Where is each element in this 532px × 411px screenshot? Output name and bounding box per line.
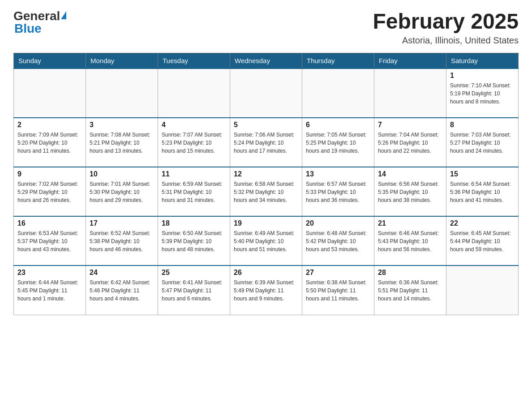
calendar-cell: 13Sunrise: 6:57 AM Sunset: 5:33 PM Dayli… xyxy=(302,167,374,216)
day-info: Sunrise: 7:07 AM Sunset: 5:23 PM Dayligh… xyxy=(162,131,226,155)
page-header: General Blue February 2025 Astoria, Illi… xyxy=(13,9,519,46)
header-friday: Friday xyxy=(374,53,446,69)
day-number: 16 xyxy=(17,219,82,227)
day-number: 24 xyxy=(90,269,154,277)
calendar-cell: 14Sunrise: 6:56 AM Sunset: 5:35 PM Dayli… xyxy=(374,167,446,216)
day-info: Sunrise: 7:09 AM Sunset: 5:20 PM Dayligh… xyxy=(17,131,82,155)
day-info: Sunrise: 6:59 AM Sunset: 5:31 PM Dayligh… xyxy=(162,180,226,204)
day-number: 27 xyxy=(306,269,370,277)
day-info: Sunrise: 6:41 AM Sunset: 5:47 PM Dayligh… xyxy=(162,278,226,303)
calendar-cell: 2Sunrise: 7:09 AM Sunset: 5:20 PM Daylig… xyxy=(14,118,86,167)
day-info: Sunrise: 7:06 AM Sunset: 5:24 PM Dayligh… xyxy=(234,131,298,155)
week-row-5: 23Sunrise: 6:44 AM Sunset: 5:45 PM Dayli… xyxy=(14,265,519,315)
day-info: Sunrise: 6:48 AM Sunset: 5:42 PM Dayligh… xyxy=(306,229,370,253)
logo-triangle-icon xyxy=(61,11,66,19)
day-info: Sunrise: 7:10 AM Sunset: 5:19 PM Dayligh… xyxy=(450,81,515,106)
calendar-cell: 5Sunrise: 7:06 AM Sunset: 5:24 PM Daylig… xyxy=(230,118,302,167)
header-sunday: Sunday xyxy=(14,53,86,69)
calendar-cell xyxy=(86,68,158,118)
day-info: Sunrise: 6:49 AM Sunset: 5:40 PM Dayligh… xyxy=(234,229,298,253)
day-info: Sunrise: 6:46 AM Sunset: 5:43 PM Dayligh… xyxy=(378,229,442,253)
day-info: Sunrise: 7:02 AM Sunset: 5:29 PM Dayligh… xyxy=(17,180,82,204)
calendar-cell: 6Sunrise: 7:05 AM Sunset: 5:25 PM Daylig… xyxy=(302,118,374,167)
day-number: 21 xyxy=(378,219,442,227)
day-info: Sunrise: 7:05 AM Sunset: 5:25 PM Dayligh… xyxy=(306,131,370,155)
day-number: 1 xyxy=(450,72,515,80)
day-info: Sunrise: 7:01 AM Sunset: 5:30 PM Dayligh… xyxy=(90,180,154,204)
calendar-cell: 10Sunrise: 7:01 AM Sunset: 5:30 PM Dayli… xyxy=(86,167,158,216)
logo: General Blue xyxy=(13,9,67,36)
weekday-header-row: Sunday Monday Tuesday Wednesday Thursday… xyxy=(14,53,519,69)
day-number: 23 xyxy=(17,269,82,277)
calendar-cell: 12Sunrise: 6:58 AM Sunset: 5:32 PM Dayli… xyxy=(230,167,302,216)
day-info: Sunrise: 6:56 AM Sunset: 5:35 PM Dayligh… xyxy=(378,180,442,204)
day-info: Sunrise: 7:04 AM Sunset: 5:26 PM Dayligh… xyxy=(378,131,442,155)
day-number: 26 xyxy=(234,269,298,277)
day-info: Sunrise: 6:53 AM Sunset: 5:37 PM Dayligh… xyxy=(17,229,82,253)
day-info: Sunrise: 7:08 AM Sunset: 5:21 PM Dayligh… xyxy=(90,131,154,155)
calendar-cell: 26Sunrise: 6:39 AM Sunset: 5:49 PM Dayli… xyxy=(230,265,302,315)
calendar-cell: 17Sunrise: 6:52 AM Sunset: 5:38 PM Dayli… xyxy=(86,216,158,265)
calendar-cell: 24Sunrise: 6:42 AM Sunset: 5:46 PM Dayli… xyxy=(86,265,158,315)
day-info: Sunrise: 6:54 AM Sunset: 5:36 PM Dayligh… xyxy=(450,180,515,204)
calendar-cell: 4Sunrise: 7:07 AM Sunset: 5:23 PM Daylig… xyxy=(158,118,230,167)
day-info: Sunrise: 6:57 AM Sunset: 5:33 PM Dayligh… xyxy=(306,180,370,204)
day-number: 13 xyxy=(306,170,370,178)
day-info: Sunrise: 6:52 AM Sunset: 5:38 PM Dayligh… xyxy=(90,229,154,253)
day-info: Sunrise: 6:39 AM Sunset: 5:49 PM Dayligh… xyxy=(234,278,298,303)
week-row-1: 1Sunrise: 7:10 AM Sunset: 5:19 PM Daylig… xyxy=(14,68,519,118)
calendar-cell xyxy=(302,68,374,118)
calendar-cell: 23Sunrise: 6:44 AM Sunset: 5:45 PM Dayli… xyxy=(14,265,86,315)
calendar-cell: 25Sunrise: 6:41 AM Sunset: 5:47 PM Dayli… xyxy=(158,265,230,315)
header-thursday: Thursday xyxy=(302,53,374,69)
day-number: 11 xyxy=(162,170,226,178)
day-info: Sunrise: 6:38 AM Sunset: 5:50 PM Dayligh… xyxy=(306,278,370,303)
header-monday: Monday xyxy=(86,53,158,69)
day-number: 19 xyxy=(234,219,298,227)
calendar-cell: 3Sunrise: 7:08 AM Sunset: 5:21 PM Daylig… xyxy=(86,118,158,167)
day-number: 28 xyxy=(378,269,442,277)
calendar-cell: 20Sunrise: 6:48 AM Sunset: 5:42 PM Dayli… xyxy=(302,216,374,265)
day-info: Sunrise: 6:44 AM Sunset: 5:45 PM Dayligh… xyxy=(17,278,82,303)
calendar-cell xyxy=(374,68,446,118)
day-number: 5 xyxy=(234,121,298,129)
day-number: 18 xyxy=(162,219,226,227)
day-info: Sunrise: 6:42 AM Sunset: 5:46 PM Dayligh… xyxy=(90,278,154,303)
day-number: 2 xyxy=(17,121,82,129)
week-row-4: 16Sunrise: 6:53 AM Sunset: 5:37 PM Dayli… xyxy=(14,216,519,265)
day-info: Sunrise: 6:50 AM Sunset: 5:39 PM Dayligh… xyxy=(162,229,226,253)
week-row-2: 2Sunrise: 7:09 AM Sunset: 5:20 PM Daylig… xyxy=(14,118,519,167)
calendar-cell xyxy=(230,68,302,118)
calendar-cell: 11Sunrise: 6:59 AM Sunset: 5:31 PM Dayli… xyxy=(158,167,230,216)
calendar-cell: 21Sunrise: 6:46 AM Sunset: 5:43 PM Dayli… xyxy=(374,216,446,265)
calendar-cell xyxy=(158,68,230,118)
day-number: 25 xyxy=(162,269,226,277)
header-saturday: Saturday xyxy=(446,53,519,69)
day-info: Sunrise: 6:58 AM Sunset: 5:32 PM Dayligh… xyxy=(234,180,298,204)
calendar-cell: 1Sunrise: 7:10 AM Sunset: 5:19 PM Daylig… xyxy=(446,68,519,118)
day-number: 17 xyxy=(90,219,154,227)
day-number: 20 xyxy=(306,219,370,227)
month-title: February 2025 xyxy=(373,9,519,34)
calendar-cell: 15Sunrise: 6:54 AM Sunset: 5:36 PM Dayli… xyxy=(446,167,519,216)
calendar-cell: 18Sunrise: 6:50 AM Sunset: 5:39 PM Dayli… xyxy=(158,216,230,265)
title-section: February 2025 Astoria, Illinois, United … xyxy=(373,9,519,46)
calendar-table: Sunday Monday Tuesday Wednesday Thursday… xyxy=(13,53,519,315)
calendar-cell: 9Sunrise: 7:02 AM Sunset: 5:29 PM Daylig… xyxy=(14,167,86,216)
day-number: 10 xyxy=(90,170,154,178)
calendar-cell: 28Sunrise: 6:36 AM Sunset: 5:51 PM Dayli… xyxy=(374,265,446,315)
calendar-cell: 19Sunrise: 6:49 AM Sunset: 5:40 PM Dayli… xyxy=(230,216,302,265)
logo-blue-text: Blue xyxy=(13,21,42,36)
location-label: Astoria, Illinois, United States xyxy=(373,35,519,46)
day-info: Sunrise: 6:45 AM Sunset: 5:44 PM Dayligh… xyxy=(450,229,515,253)
week-row-3: 9Sunrise: 7:02 AM Sunset: 5:29 PM Daylig… xyxy=(14,167,519,216)
day-number: 9 xyxy=(17,170,82,178)
calendar-cell: 22Sunrise: 6:45 AM Sunset: 5:44 PM Dayli… xyxy=(446,216,519,265)
day-number: 12 xyxy=(234,170,298,178)
day-info: Sunrise: 6:36 AM Sunset: 5:51 PM Dayligh… xyxy=(378,278,442,303)
calendar-cell xyxy=(14,68,86,118)
calendar-cell xyxy=(446,265,519,315)
day-number: 3 xyxy=(90,121,154,129)
calendar-cell: 8Sunrise: 7:03 AM Sunset: 5:27 PM Daylig… xyxy=(446,118,519,167)
day-number: 22 xyxy=(450,219,515,227)
